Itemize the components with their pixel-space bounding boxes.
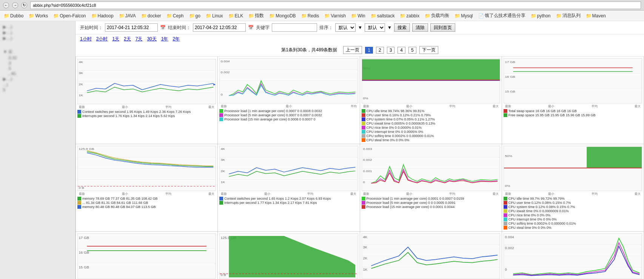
sort-select-1[interactable]: 默认: [335, 23, 356, 32]
svg-text:1K: 1K: [363, 267, 368, 271]
bookmark-ele[interactable]: 📄 饿了么技术通告分享: [476, 12, 528, 20]
bookmark-java[interactable]: 📁 JAVA: [117, 12, 138, 19]
calendar-icon-end[interactable]: 📅: [248, 25, 254, 30]
bookmark-xiaoxi[interactable]: 📁 消息队列: [554, 12, 583, 20]
bookmark-label: Dubbo: [10, 13, 23, 18]
legend-color: [362, 134, 365, 138]
chart-svg: 0.004 0.002 0: [504, 234, 642, 278]
calendar-icon-start[interactable]: 📅: [160, 25, 166, 30]
legend-text: CPU idle time 99.74% 98.36% 99.81%: [367, 109, 425, 113]
forward-button[interactable]: →: [12, 2, 18, 8]
content-area: 开始时间： 📅 结束时间： 📅 关键字 排序： 默认 ▼ 默认 ▼ 搜索 清除: [75, 21, 644, 279]
chart-context-switches-3: 4K 3K 2K 1K: [360, 232, 502, 279]
clear-button[interactable]: 清除: [412, 23, 428, 32]
time-1y[interactable]: 1年: [161, 36, 168, 42]
legend-text: Processor load (5 min average per core) …: [367, 201, 456, 205]
legend-row-1: CPU idle time 99.74% 98.36% 99.81%: [362, 109, 500, 113]
time-1d[interactable]: 1天: [112, 36, 119, 42]
end-time-input[interactable]: [193, 23, 246, 32]
page-icon: 📄: [478, 13, 484, 18]
home-button[interactable]: 回到首页: [430, 23, 455, 32]
prev-page-button[interactable]: 上一页: [343, 46, 362, 54]
legend-text: Context switches per second 1.95 Kops 1.…: [82, 110, 191, 114]
time-30d[interactable]: 30天: [147, 36, 156, 42]
legend-row-3: memory 80.48 GB 80.48 GB 84.07 GB 113.5 …: [77, 205, 216, 209]
time-2y[interactable]: 2年: [173, 36, 180, 42]
sidebar-item[interactable]: ▶ ...): [2, 76, 74, 82]
page-2-button[interactable]: 2: [376, 47, 384, 54]
back-button[interactable]: ←: [3, 2, 9, 8]
bookmark-mysql[interactable]: 📁 Mysql: [452, 12, 475, 19]
bookmark-redis[interactable]: 📁 Redis: [299, 12, 322, 19]
next-page-button[interactable]: 下一页: [419, 46, 438, 54]
bookmark-label: Mysql: [461, 13, 473, 18]
time-2d[interactable]: 2天: [124, 36, 131, 42]
bookmark-hadoop[interactable]: 📁 Hadoop: [89, 12, 116, 19]
bookmark-varnish[interactable]: 📁 Varnish: [322, 12, 348, 19]
refresh-button[interactable]: ↻: [21, 2, 27, 8]
legend-row-1: CPU idle time 99.7% 99.72% 99.79%: [504, 197, 642, 200]
bookmark-fuzaijunheng[interactable]: 📁 负载均衡: [422, 12, 451, 20]
sort-select-2[interactable]: 默认: [365, 23, 385, 32]
legend-row-2: CPU user time 0.12% 0.08% 0.15% 0.7%: [504, 201, 642, 205]
time-7d[interactable]: 7天: [136, 36, 143, 42]
svg-text:0: 0: [363, 180, 365, 184]
sidebar-item[interactable]: ▼ 采: [2, 49, 74, 55]
search-button[interactable]: 搜索: [394, 23, 410, 32]
legend-text: Processor load (1 min average per core) …: [224, 109, 322, 113]
bookmark-label: 消息队列: [562, 12, 581, 19]
address-bar[interactable]: [30, 2, 641, 9]
sort-label: 排序：: [319, 25, 333, 31]
sidebar-item[interactable]: ...): [2, 82, 74, 87]
legend-row-3: Processor load (15 min average per core)…: [219, 117, 358, 121]
bookmark-maven[interactable]: 📁 Maven: [584, 12, 608, 19]
bookmark-dubbo[interactable]: 📁 Dubbo: [2, 12, 26, 19]
chart-legend: Total swap space 16 GB 16 GB 16 GB 16 GB…: [504, 109, 642, 117]
start-time-input[interactable]: [105, 23, 158, 32]
keyword-input[interactable]: [272, 23, 317, 32]
legend-text: CPU iowait time 0% 0 0.0000009 0.01%: [508, 209, 569, 213]
bookmark-linux[interactable]: 📁 Linux: [203, 12, 225, 19]
bookmark-elk[interactable]: 📁 ELK: [226, 12, 246, 19]
bookmark-saltstack[interactable]: 📁 saltstack: [368, 12, 397, 19]
legend-text: ... 81.34 GB 81.31 GB 84.61 GB 111.66 GB: [82, 201, 148, 205]
bookmark-open-falcon[interactable]: 📁 Open-Falcon: [51, 12, 88, 19]
legend-color: [362, 201, 365, 205]
time-1h[interactable]: 1小时: [80, 36, 92, 42]
bookmark-win[interactable]: 📁 Win: [349, 12, 368, 19]
bookmark-label: Redis: [308, 13, 319, 18]
svg-text:0: 0: [221, 93, 223, 96]
legend-color: [362, 205, 365, 209]
svg-text:2K: 2K: [221, 170, 225, 173]
bookmark-ceph[interactable]: 📁 Ceph: [164, 12, 186, 19]
time-2h[interactable]: 2小时: [96, 36, 108, 42]
bookmark-label: JAVA: [125, 13, 136, 18]
bookmark-python[interactable]: 📁 python: [528, 12, 553, 19]
legend-text: CPU steal time 0% 0 0% 0%: [508, 226, 552, 230]
legend-row-1: memory 78.69 GB 77.37 GB 81.35 GB 108.42…: [77, 197, 216, 200]
legend-color: [362, 138, 365, 142]
bookmark-works[interactable]: 📁 Works: [26, 12, 50, 19]
bookmark-zhishu[interactable]: 📁 指数: [246, 12, 266, 20]
legend-row-2: Processor load (5 min average per core) …: [219, 113, 358, 117]
bookmark-docker[interactable]: 📁 docker: [139, 12, 163, 19]
sidebar-item[interactable]: ▶ ...): [2, 35, 74, 41]
bookmark-zabbix[interactable]: 📁 zabbix: [397, 12, 422, 19]
controls-bar: 开始时间： 📅 结束时间： 📅 关键字 排序： 默认 ▼ 默认 ▼ 搜索 清除: [75, 21, 644, 34]
legend-color: [504, 217, 507, 221]
page-3-button[interactable]: 3: [387, 47, 395, 54]
svg-rect-22: [362, 80, 500, 81]
sidebar-item[interactable]: ▶ ...): [2, 24, 74, 30]
page-1-button[interactable]: 1: [365, 47, 373, 54]
legend-color: [504, 197, 507, 200]
page-4-button[interactable]: 4: [397, 47, 405, 54]
svg-text:15 GB: 15 GB: [505, 90, 515, 93]
bookmark-mongodb[interactable]: 📁 MongoDB: [267, 12, 298, 19]
sidebar-item[interactable]: 5: [2, 87, 74, 92]
page-5-button[interactable]: 5: [408, 47, 416, 54]
sidebar-item[interactable]: ▶ ...): [2, 30, 74, 35]
legend-row-2: Processor load (5 min average per core) …: [362, 201, 500, 205]
bookmark-go[interactable]: 📁 go: [187, 12, 203, 19]
legend-color: [77, 197, 81, 200]
svg-text:16 GB: 16 GB: [505, 75, 515, 79]
